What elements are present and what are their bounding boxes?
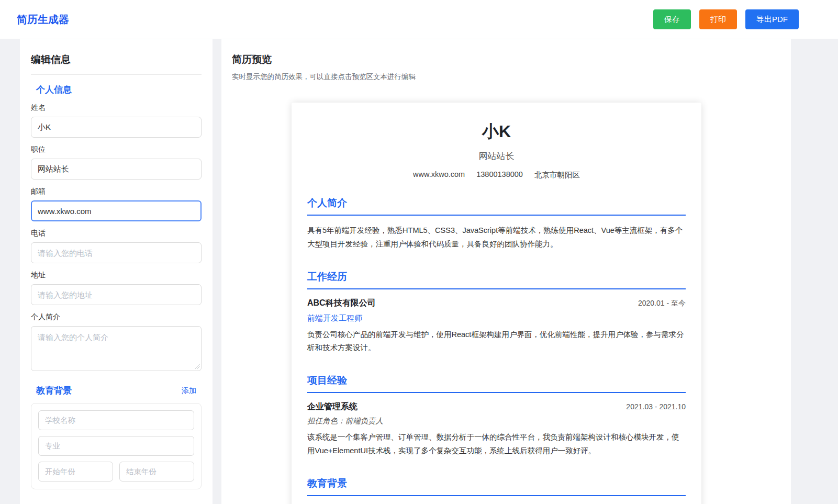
preview-title: 简历预览 — [232, 53, 780, 66]
edit-panel-title: 编辑信息 — [31, 53, 202, 66]
phone-label: 电话 — [31, 229, 202, 238]
address-label: 地址 — [31, 271, 202, 280]
education-section-title[interactable]: 教育背景 — [307, 477, 686, 496]
app-title: 简历生成器 — [17, 13, 69, 27]
work-role[interactable]: 前端开发工程师 — [307, 313, 686, 323]
project-section-title[interactable]: 项目经验 — [307, 374, 686, 393]
education-section-title: 教育背景 — [36, 385, 72, 397]
edit-panel: 编辑信息 个人信息 姓名 职位 邮箱 电话 地址 个人简介 教育背景 添加 — [20, 39, 213, 504]
work-item-header: ABC科技有限公司 2020.01 - 至今 — [307, 298, 686, 309]
start-year-input[interactable] — [38, 462, 113, 481]
name-input[interactable] — [31, 117, 202, 138]
company-name[interactable]: ABC科技有限公司 — [307, 298, 376, 309]
resume-name[interactable]: 小K — [307, 120, 686, 143]
summary-textarea[interactable] — [31, 326, 202, 371]
content-area: 编辑信息 个人信息 姓名 职位 邮箱 电话 地址 个人简介 教育背景 添加 — [0, 39, 838, 504]
name-label: 姓名 — [31, 103, 202, 113]
year-row — [38, 462, 194, 482]
contact-item[interactable]: www.xkwo.com — [413, 170, 465, 180]
app-header: 简历生成器 保存 打印 导出PDF — [0, 0, 838, 39]
position-label: 职位 — [31, 145, 202, 154]
print-button[interactable]: 打印 — [699, 9, 737, 29]
resume-summary-section: 个人简介 具有5年前端开发经验，熟悉HTML5、CSS3、JavaScript等… — [307, 196, 686, 251]
project-period[interactable]: 2021.03 - 2021.10 — [626, 402, 686, 411]
preview-subtitle: 实时显示您的简历效果，可以直接点击预览区文本进行编辑 — [232, 72, 780, 82]
school-name-input[interactable] — [38, 410, 194, 430]
work-description[interactable]: 负责公司核心产品的前端开发与维护，使用React框架构建用户界面，优化前端性能，… — [307, 328, 686, 355]
header-actions: 保存 打印 导出PDF — [645, 9, 799, 29]
work-period[interactable]: 2020.01 - 至今 — [638, 299, 686, 308]
summary-text[interactable]: 具有5年前端开发经验，熟悉HTML5、CSS3、JavaScript等前端技术，… — [307, 224, 686, 251]
add-education-link[interactable]: 添加 — [182, 386, 196, 396]
education-section-header: 教育背景 添加 — [31, 385, 202, 397]
resume-work-section: 工作经历 ABC科技有限公司 2020.01 - 至今 前端开发工程师 负责公司… — [307, 270, 686, 355]
project-role[interactable]: 担任角色：前端负责人 — [307, 416, 686, 426]
education-entry-card — [31, 403, 202, 489]
work-section-title[interactable]: 工作经历 — [307, 270, 686, 289]
summary-section-title[interactable]: 个人简介 — [307, 196, 686, 216]
contact-item[interactable]: 13800138000 — [476, 170, 523, 180]
address-input[interactable] — [31, 284, 202, 305]
project-name[interactable]: 企业管理系统 — [307, 401, 357, 412]
summary-textarea-wrap — [31, 326, 202, 371]
resume-education-section: 教育背景 北京大学 2016.09 - 2020.06 计算机科学与技术 - 本… — [307, 477, 686, 504]
project-description[interactable]: 该系统是一个集客户管理、订单管理、数据分析于一体的综合性平台，我负责前端架构设计… — [307, 431, 686, 458]
personal-info-section-title: 个人信息 — [31, 84, 202, 96]
resume-position[interactable]: 网站站长 — [307, 150, 686, 162]
email-label: 邮箱 — [31, 187, 202, 196]
resume-card: 小K 网站站长 www.xkwo.com13800138000北京市朝阳区 个人… — [292, 103, 701, 504]
resume-contacts: www.xkwo.com13800138000北京市朝阳区 — [307, 170, 686, 180]
phone-input[interactable] — [31, 242, 202, 263]
save-button[interactable]: 保存 — [653, 9, 691, 29]
preview-panel: 简历预览 实时显示您的简历效果，可以直接点击预览区文本进行编辑 小K 网站站长 … — [221, 39, 791, 504]
summary-label: 个人简介 — [31, 312, 202, 322]
major-input[interactable] — [38, 436, 194, 456]
divider — [31, 74, 202, 75]
position-input[interactable] — [31, 159, 202, 180]
email-input[interactable] — [31, 200, 202, 221]
project-item-header: 企业管理系统 2021.03 - 2021.10 — [307, 401, 686, 412]
end-year-input[interactable] — [119, 462, 194, 481]
resume-project-section: 项目经验 企业管理系统 2021.03 - 2021.10 担任角色：前端负责人… — [307, 374, 686, 458]
export-pdf-button[interactable]: 导出PDF — [745, 9, 799, 29]
contact-item[interactable]: 北京市朝阳区 — [534, 170, 580, 180]
